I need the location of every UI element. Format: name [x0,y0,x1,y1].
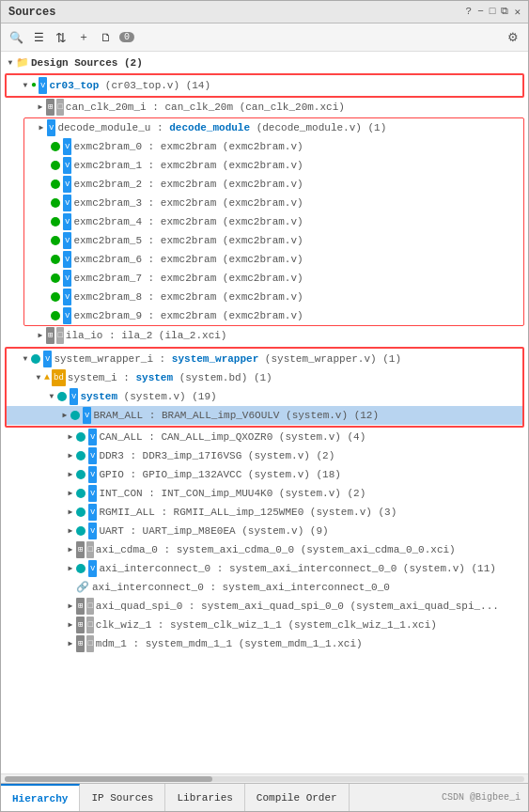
exmc-3-text: exmc2bram_3 : exmc2bram (exmc2bram.v) [73,195,303,211]
toolbar: 🔍 ☰ ⇅ ＋ 🗋 0 ⚙ [1,23,528,52]
dot-teal-int [76,489,86,498]
v-icon-wrapper: v [43,351,52,367]
exmc2bram-6[interactable]: v exmc2bram_6 : exmc2bram (exmc2bram.v) [24,250,523,269]
tab-hierarchy[interactable]: Hierarchy [1,784,80,811]
mdm-item[interactable]: ▶ ⊞ □ mdm_1 : system_mdm_1_1 (system_mdm… [1,634,528,653]
maximize-button[interactable]: ⧉ [501,6,508,18]
minimize-button[interactable]: − [477,6,484,18]
v-icon-int: v [88,485,97,502]
can-clk-item[interactable]: ▶ ⊞ □ can_clk_20m_i : can_clk_20m (can_c… [1,98,528,117]
axi-interconnect-link[interactable]: ▶ 🔗 axi_interconnect_0 : system_axi_inte… [1,578,528,597]
restore-button[interactable]: □ [490,6,496,18]
system-i-expand[interactable]: ▼ [33,372,44,383]
v-icon-5: v [63,232,71,249]
help-button[interactable]: ? [466,6,473,18]
decode-module-text: decode_module_u : decode_module (decode_… [57,119,386,136]
exmc-8-text: exmc2bram_8 : exmc2bram (exmc2bram.v) [73,289,303,305]
axi-ic-link-text: axi_interconnect_0 : system_axi_intercon… [92,579,390,596]
dot-teal-system [57,392,67,401]
dot-teal-wrapper [31,354,40,364]
tab-libraries[interactable]: Libraries [165,784,244,811]
bram-expand[interactable]: ▶ [59,410,70,421]
dot-teal-ddr3 [76,451,86,461]
axi-cdma-item[interactable]: ▶ ⊞ □ axi_cdma_0 : system_axi_cdma_0_0 (… [1,540,528,559]
dot-green-7 [51,273,60,283]
mdm-expand[interactable]: ▶ [65,638,76,649]
system-v-item[interactable]: ▼ v system (system.v) (19) [7,387,522,406]
dot-teal-ic [76,564,86,573]
axi-interconnect-item[interactable]: ▶ v axi_interconnect_0 : system_axi_inte… [1,559,528,578]
cr03-top-green-dot: ● [31,77,37,94]
tab-compile-order[interactable]: Compile Order [245,784,350,811]
add-button[interactable]: ＋ [74,28,93,47]
gpio-expand[interactable]: ▶ [65,469,76,480]
exmc2bram-0[interactable]: v exmc2bram_0 : exmc2bram (exmc2bram.v) [24,137,523,156]
title-bar: Sources ? − □ ⧉ ✕ [1,1,528,23]
badge-count: 0 [119,32,134,42]
ddr3-item[interactable]: ▶ v DDR3 : DDR3_imp_17I6VSG (system.v) (… [1,446,528,465]
rgmii-expand[interactable]: ▶ [65,507,76,518]
clk-expand[interactable]: ▶ [65,619,76,631]
rgmii-item[interactable]: ▶ v RGMII_ALL : RGMII_ALL_imp_125WME0 (s… [1,503,528,522]
search-button[interactable]: 🔍 [7,28,25,47]
can-clk-expand[interactable]: ▶ [35,102,46,113]
decode-expand[interactable]: ▶ [36,122,47,133]
exmc2bram-9[interactable]: v exmc2bram_9 : exmc2bram (exmc2bram.v) [24,306,523,325]
info-button[interactable]: 🗋 [97,28,116,47]
ila-io-item[interactable]: ▶ ⊞ □ ila_io : ila_2 (ila_2.xci) [1,326,528,345]
can-all-item[interactable]: ▶ v CAN_ALL : CAN_ALL_imp_QXOZR0 (system… [1,428,528,446]
tree-container[interactable]: ▼ 📁 Design Sources (2) ▼ ● v cr03_top (c… [1,52,528,773]
exmc2bram-2[interactable]: v exmc2bram_2 : exmc2bram (exmc2bram.v) [24,175,523,194]
int-con-expand[interactable]: ▶ [65,488,76,499]
exmc-7-text: exmc2bram_7 : exmc2bram (exmc2bram.v) [73,270,303,287]
xci-icon-ila: ⊞ [46,327,54,344]
axi-quad-spi-item[interactable]: ▶ ⊞ □ axi_quad_spi_0 : system_axi_quad_s… [1,597,528,616]
exmc2bram-1[interactable]: v exmc2bram_1 : exmc2bram (exmc2bram.v) [24,156,523,175]
can-all-expand[interactable]: ▶ [65,431,76,443]
system-wrapper-expand[interactable]: ▼ [20,353,31,365]
exmc2bram-4[interactable]: v exmc2bram_4 : exmc2bram (exmc2bram.v) [24,212,523,231]
settings-button[interactable]: ⚙ [504,28,522,47]
cr03-top-text: cr03_top (cr03_top.v) (14) [49,77,210,94]
uart-item[interactable]: ▶ v UART : UART_imp_M8E0EA (system.v) (9… [1,522,528,540]
verilog-icon: v [39,77,47,94]
ddr3-expand[interactable]: ▶ [65,450,76,461]
axi-ic-expand[interactable]: ▶ [65,563,76,574]
box-icon-spi: □ [86,598,93,615]
system-i-item[interactable]: ▼ ▲ bd system_i : system (system.bd) (1) [7,368,522,387]
gpio-item[interactable]: ▶ v GPIO : GPIO_imp_132AVCC (system.v) (… [1,465,528,484]
dot-green-1 [51,161,60,170]
system-v-text: system (system.v) (19) [80,388,216,405]
dot-teal-gpio [76,470,86,479]
exmc2bram-7[interactable]: v exmc2bram_7 : exmc2bram (exmc2bram.v) [24,269,523,288]
exmc2bram-5[interactable]: v exmc2bram_5 : exmc2bram (exmc2bram.v) [24,231,523,250]
scrollbar-horizontal[interactable] [1,773,528,783]
bram-all-item[interactable]: ▶ v BRAM_ALL : BRAM_ALL_imp_V6OULV (syst… [7,406,522,425]
exmc2bram-3[interactable]: v exmc2bram_3 : exmc2bram (exmc2bram.v) [24,194,523,212]
v-icon-uart: v [88,523,97,539]
v-icon-ic: v [88,560,97,577]
axi-spi-expand[interactable]: ▶ [65,601,76,612]
v-icon-7: v [63,270,71,287]
tab-ip-sources[interactable]: IP Sources [80,784,165,811]
expand-all-button[interactable]: ⇅ [52,28,70,47]
v-icon-can-all: v [88,429,97,445]
clk-wiz-item[interactable]: ▶ ⊞ □ clk_wiz_1 : system_clk_wiz_1_1 (sy… [1,616,528,634]
decode-module-item[interactable]: ▶ v decode_module_u : decode_module (dec… [24,118,523,137]
exmc2bram-8[interactable]: v exmc2bram_8 : exmc2bram (exmc2bram.v) [24,288,523,306]
ila-expand[interactable]: ▶ [35,330,46,341]
axi-cdma-expand[interactable]: ▶ [65,544,76,555]
close-button[interactable]: ✕ [514,6,521,18]
cr03-top-item[interactable]: ▼ ● v cr03_top (cr03_top.v) (14) [7,76,522,95]
int-con-item[interactable]: ▶ v INT_CON : INT_CON_imp_MUU4K0 (system… [1,484,528,503]
dot-green-6 [51,255,60,264]
scrollbar-track[interactable] [5,776,524,782]
design-sources-header[interactable]: ▼ 📁 Design Sources (2) [1,54,528,72]
uart-expand[interactable]: ▶ [65,525,76,537]
system-v-expand[interactable]: ▼ [46,391,57,402]
cr03-top-expand[interactable]: ▼ [20,80,31,91]
system-wrapper-item[interactable]: ▼ v system_wrapper_i : system_wrapper (s… [7,350,522,368]
collapse-all-button[interactable]: ☰ [29,28,48,47]
scrollbar-thumb[interactable] [5,776,212,782]
design-sources-expand[interactable]: ▼ [5,57,16,69]
